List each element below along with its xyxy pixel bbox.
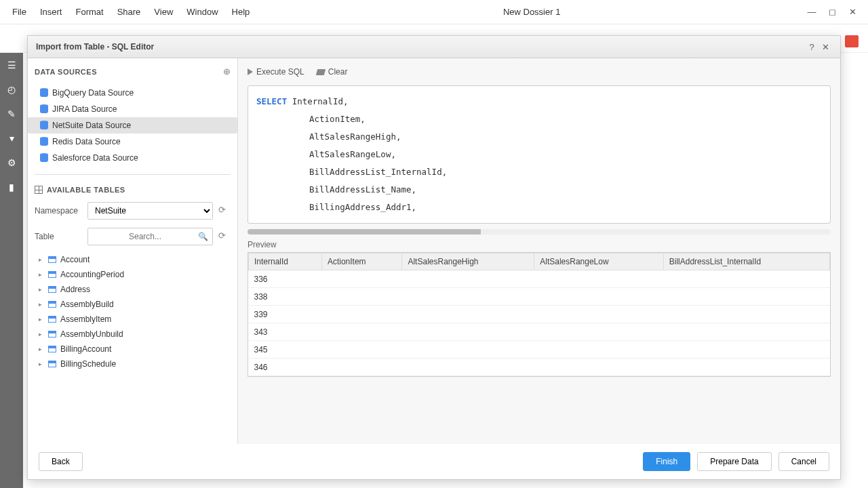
table-row[interactable]: 338	[249, 288, 830, 306]
table-cell: 345	[249, 341, 322, 359]
expand-icon: ▸	[39, 316, 44, 323]
table-row[interactable]: 346	[249, 359, 830, 376]
maximize-button[interactable]: ◻	[827, 7, 837, 17]
play-icon	[248, 68, 253, 75]
data-source-label: NetSuite Data Source	[52, 121, 131, 130]
minimize-button[interactable]: —	[807, 7, 816, 17]
menu-format[interactable]: Format	[68, 4, 110, 20]
database-icon	[40, 138, 48, 146]
table-refresh-button[interactable]: ⟳	[218, 230, 231, 243]
menu-help[interactable]: Help	[225, 4, 257, 20]
data-source-item[interactable]: Salesforce Data Source	[28, 150, 237, 166]
table-cell	[321, 359, 402, 376]
table-cell	[402, 306, 534, 323]
table-cell	[402, 270, 534, 288]
table-cell: 336	[249, 270, 322, 288]
table-cell	[402, 341, 534, 359]
table-row[interactable]: 343	[249, 323, 830, 341]
data-source-item[interactable]: BigQuery Data Source	[28, 85, 237, 101]
namespace-refresh-button[interactable]: ⟳	[218, 205, 231, 217]
table-cell	[534, 288, 664, 306]
table-row[interactable]: 345	[249, 341, 830, 359]
table-item[interactable]: ▸Address	[28, 282, 237, 297]
help-button[interactable]: ?	[805, 42, 818, 52]
data-source-item[interactable]: Redis Data Source	[28, 134, 237, 150]
column-header[interactable]: AltSalesRangeLow	[534, 253, 664, 270]
table-cell: 339	[249, 306, 322, 323]
table-cell	[663, 270, 829, 288]
database-icon	[40, 121, 48, 129]
database-icon	[40, 89, 48, 97]
table-item[interactable]: ▸AssemblyBuild	[28, 297, 237, 312]
table-search-input[interactable]	[92, 232, 198, 241]
table-icon	[48, 316, 56, 323]
table-item[interactable]: ▸Account	[28, 252, 237, 267]
table-row[interactable]: 339	[249, 306, 830, 323]
table-item[interactable]: ▸BillingAccount	[28, 342, 237, 357]
table-cell	[663, 306, 829, 323]
rail-filter-icon[interactable]: ▾	[0, 126, 23, 150]
prepare-data-button[interactable]: Prepare Data	[697, 452, 771, 471]
data-source-label: Redis Data Source	[52, 137, 121, 146]
dialog-header: Import from Table - SQL Editor ? ✕	[28, 36, 840, 58]
cancel-button[interactable]: Cancel	[778, 452, 829, 471]
table-name: BillingSchedule	[60, 359, 116, 369]
rail-contents-icon[interactable]: ☰	[0, 53, 23, 77]
table-cell	[534, 306, 664, 323]
column-header[interactable]: AltSalesRangeHigh	[402, 253, 534, 270]
table-name: AccountingPeriod	[60, 270, 124, 279]
data-source-list: BigQuery Data SourceJIRA Data SourceNetS…	[28, 81, 237, 170]
table-cell	[663, 341, 829, 359]
horizontal-scrollbar[interactable]	[248, 229, 831, 235]
table-list: ▸Account▸AccountingPeriod▸Address▸Assemb…	[28, 249, 237, 444]
preview-label: Preview	[238, 235, 840, 252]
table-item[interactable]: ▸AccountingPeriod	[28, 267, 237, 282]
table-cell	[402, 323, 534, 341]
data-source-item[interactable]: JIRA Data Source	[28, 101, 237, 117]
data-source-label: Salesforce Data Source	[52, 153, 138, 163]
sql-editor[interactable]: SELECT InternalId, ActionItem, AltSalesR…	[248, 85, 831, 224]
menu-insert[interactable]: Insert	[33, 4, 69, 20]
rail-settings-icon[interactable]: ⚙	[0, 150, 23, 175]
data-source-label: JIRA Data Source	[52, 104, 117, 114]
execute-sql-button[interactable]: Execute SQL	[248, 67, 304, 77]
right-panel: Execute SQL Clear SELECT InternalId, Act…	[238, 58, 840, 444]
table-item[interactable]: ▸AssemblyItem	[28, 312, 237, 327]
table-cell	[663, 323, 829, 341]
clear-label: Clear	[328, 67, 348, 77]
clear-button[interactable]: Clear	[317, 67, 348, 77]
expand-icon: ▸	[39, 286, 44, 293]
namespace-row: Namespace NetSuite ⟳	[28, 198, 237, 224]
expand-icon: ▸	[39, 271, 44, 278]
dialog-close-button[interactable]: ✕	[818, 42, 832, 52]
menu-file[interactable]: File	[5, 4, 33, 20]
back-button[interactable]: Back	[39, 452, 83, 471]
table-cell	[321, 323, 402, 341]
menu-view[interactable]: View	[147, 4, 180, 20]
rail-editor-icon[interactable]: ✎	[0, 102, 23, 126]
table-icon	[48, 346, 56, 352]
column-header[interactable]: ActionItem	[321, 253, 402, 270]
table-item[interactable]: ▸AssemblyUnbuild	[28, 327, 237, 342]
close-button[interactable]: ✕	[848, 7, 857, 17]
database-icon	[40, 154, 48, 162]
notification-flag-icon[interactable]	[845, 35, 859, 47]
menu-share[interactable]: Share	[111, 4, 148, 20]
menu-window[interactable]: Window	[180, 4, 224, 20]
table-cell: 346	[249, 359, 322, 376]
expand-icon: ▸	[39, 361, 44, 367]
table-row[interactable]: 336	[249, 270, 830, 288]
table-cell	[534, 270, 664, 288]
data-source-item[interactable]: NetSuite Data Source	[28, 117, 237, 134]
finish-button[interactable]: Finish	[643, 452, 690, 471]
rail-chart-icon[interactable]: ▮	[0, 175, 23, 199]
document-title: New Dossier 1	[256, 7, 807, 17]
add-data-source-button[interactable]: ⊕	[223, 66, 231, 77]
column-header[interactable]: InternalId	[249, 253, 322, 270]
eraser-icon	[316, 69, 326, 75]
column-header[interactable]: BillAddressList_InternalId	[663, 253, 829, 270]
rail-datasets-icon[interactable]: ◴	[0, 77, 23, 102]
left-rail: ☰ ◴ ✎ ▾ ⚙ ▮	[0, 53, 23, 488]
table-item[interactable]: ▸BillingSchedule	[28, 357, 237, 371]
namespace-select[interactable]: NetSuite	[87, 202, 213, 220]
